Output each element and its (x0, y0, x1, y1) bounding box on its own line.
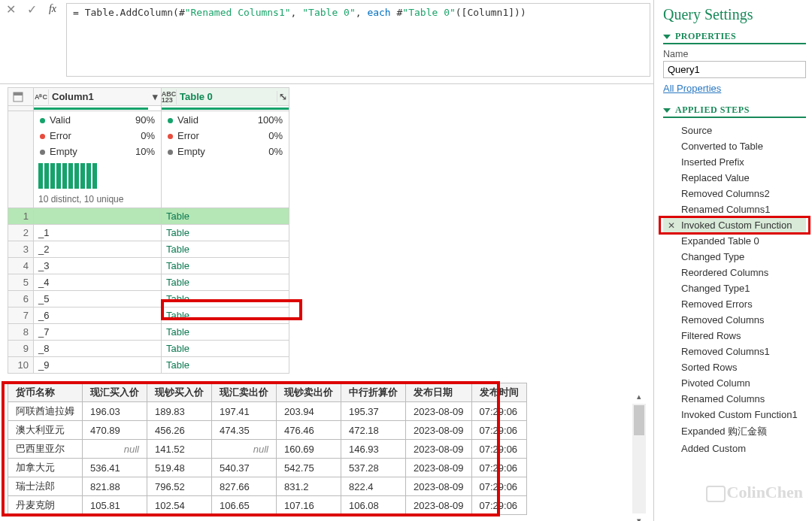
applied-step[interactable]: Filtered Rows (663, 328, 806, 344)
formula-input[interactable]: = Table.AddColumn(#"Renamed Columns1", "… (66, 3, 650, 77)
query-name-input[interactable] (663, 61, 806, 78)
preview-header[interactable]: 货币名称 (8, 383, 83, 402)
preview-header[interactable]: 现钞买入价 (147, 383, 212, 402)
table-row[interactable]: 6_5Table (8, 291, 289, 307)
applied-step[interactable]: Sorted Rows (663, 359, 806, 375)
preview-row[interactable]: 澳大利亚元470.89456.26474.35476.46472.182023-… (8, 421, 527, 440)
preview-header[interactable]: 现汇买入价 (83, 383, 147, 402)
annotation-box (659, 216, 810, 235)
table-row[interactable]: 3_2Table (8, 241, 289, 258)
applied-step[interactable]: Pivoted Column (663, 375, 806, 391)
preview-header[interactable]: 现钞卖出价 (277, 383, 341, 402)
preview-header[interactable]: 发布日期 (406, 383, 472, 402)
applied-step[interactable]: Removed Columns2 (663, 186, 806, 201)
table-row[interactable]: 8_7Table (8, 324, 289, 341)
column-header-table0[interactable]: ABC 123Table 0⤡ (162, 88, 289, 106)
applied-step[interactable]: Removed Columns1 (663, 344, 806, 359)
applied-step[interactable]: Changed Type1 (663, 280, 806, 296)
preview-row[interactable]: 瑞士法郎821.88796.52827.66831.2822.42023-08-… (8, 477, 527, 496)
type-icon[interactable]: ABC 123 (162, 89, 177, 105)
table-row[interactable]: 9_8Table (8, 341, 289, 357)
applied-step[interactable]: Changed Type (663, 249, 806, 265)
chevron-down-icon[interactable]: ▾ (149, 91, 161, 102)
preview-row[interactable]: 阿联酋迪拉姆196.03189.83197.41203.94195.372023… (8, 402, 527, 421)
preview-row[interactable]: 加拿大元536.41519.48540.37542.75537.282023-0… (8, 459, 527, 477)
applied-step[interactable]: Reordered Columns (663, 265, 806, 280)
collapse-icon[interactable] (663, 108, 671, 113)
query-settings-panel: Query Settings PROPERTIES Name All Prope… (654, 0, 812, 521)
applied-step[interactable]: Removed Columns (663, 312, 806, 328)
applied-step[interactable]: Renamed Columns (663, 391, 806, 407)
panel-title: Query Settings (663, 6, 806, 23)
type-icon[interactable]: AᴮC (34, 89, 49, 105)
table-row[interactable]: 4_3Table (8, 258, 289, 274)
preview-header[interactable]: 现汇卖出价 (212, 383, 277, 402)
collapse-icon[interactable] (663, 35, 671, 39)
all-properties-link[interactable]: All Properties (663, 83, 721, 94)
data-grid[interactable]: AᴮCColumn1▾ ABC 123Table 0⤡ Valid90% Err… (8, 87, 289, 374)
table-row[interactable]: 5_4Table (8, 274, 289, 291)
applied-step[interactable]: Invoked Custom Function1 (663, 407, 806, 423)
applied-steps-section[interactable]: APPLIED STEPS (663, 105, 806, 118)
distinct-label: 10 distinct, 10 unique (34, 194, 161, 207)
preview-header[interactable]: 发布时间 (471, 383, 526, 402)
applied-step[interactable]: Added Custom (663, 441, 806, 456)
preview-table[interactable]: 货币名称现汇买入价现钞买入价现汇卖出价现钞卖出价中行折算价发布日期发布时间阿联酋… (8, 383, 527, 515)
applied-step[interactable]: Replaced Value (663, 170, 806, 186)
formula-commit-button[interactable]: ✓ (21, 0, 42, 18)
preview-scrollbar[interactable]: ▴▾ (632, 404, 646, 513)
applied-step[interactable]: Source (663, 123, 806, 138)
table-row[interactable]: 10_9Table (8, 357, 289, 374)
delete-step-icon[interactable]: ✕ (668, 220, 675, 231)
column-header-column1[interactable]: AᴮCColumn1▾ (34, 88, 162, 106)
name-label: Name (663, 49, 806, 59)
svg-rect-1 (14, 92, 23, 95)
applied-step[interactable]: Expanded 购汇金额 (663, 423, 806, 441)
expand-icon[interactable]: ⤡ (277, 91, 289, 102)
preview-row[interactable]: 巴西里亚尔null141.52null160.69146.932023-08-0… (8, 440, 527, 459)
applied-step[interactable]: Invoked Custom Function✕ (663, 217, 806, 233)
applied-step[interactable]: Converted to Table (663, 138, 806, 154)
preview-row[interactable]: 丹麦克朗105.81102.54106.65107.16106.082023-0… (8, 496, 527, 515)
preview-pane: 货币名称现汇买入价现钞买入价现汇卖出价现钞卖出价中行折算价发布日期发布时间阿联酋… (0, 383, 653, 515)
applied-step[interactable]: Renamed Columns1 (663, 201, 806, 217)
preview-header[interactable]: 中行折算价 (341, 383, 406, 402)
distribution-chart (34, 160, 161, 194)
applied-step[interactable]: Inserted Prefix (663, 154, 806, 170)
applied-step[interactable]: Expanded Table 0 (663, 233, 806, 249)
properties-section[interactable]: PROPERTIES (663, 31, 806, 44)
fx-label: fx (42, 0, 63, 18)
table-row[interactable]: 1Table (8, 208, 289, 225)
applied-steps-list: SourceConverted to TableInserted PrefixR… (663, 123, 806, 456)
formula-bar: ✕ ✓ fx = Table.AddColumn(#"Renamed Colum… (0, 0, 653, 84)
table-row[interactable]: 7_6Table (8, 307, 289, 324)
applied-step[interactable]: Removed Errors (663, 296, 806, 312)
formula-cancel-button[interactable]: ✕ (0, 0, 21, 18)
table-corner[interactable] (8, 88, 34, 106)
table-row[interactable]: 2_1Table (8, 225, 289, 241)
